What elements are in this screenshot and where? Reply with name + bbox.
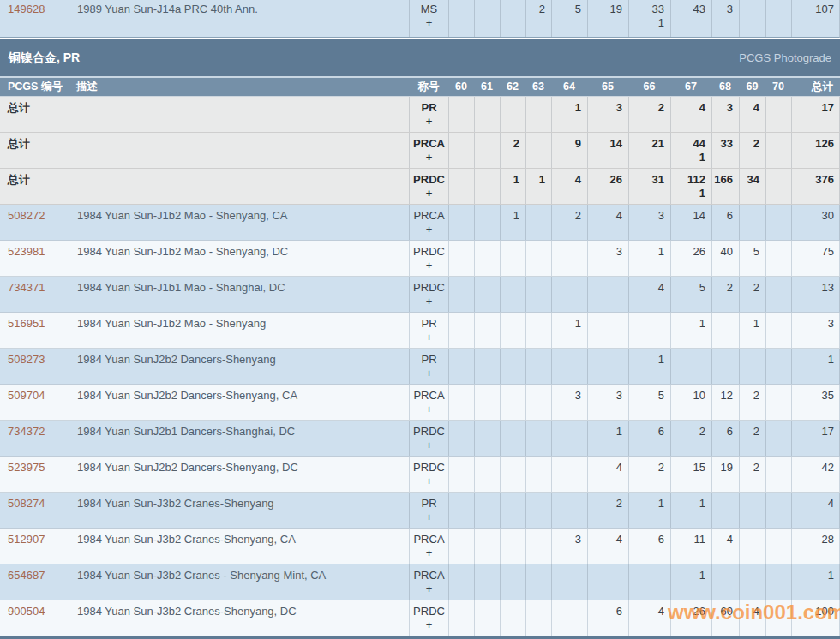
grade-69-cell: 4 xyxy=(739,97,765,132)
row-total: 1 xyxy=(792,353,834,367)
row-total-cell: 17 xyxy=(791,421,840,456)
designation-cell: PRCA+ xyxy=(409,133,448,168)
designation-text: PRDC xyxy=(410,461,448,475)
pcgs-number-link[interactable]: 508272 xyxy=(8,209,45,222)
pcgs-number-link[interactable]: 149628 xyxy=(8,3,45,15)
grade-70-cell xyxy=(765,385,791,420)
grade-65-cell: 2 xyxy=(587,493,628,528)
grade-60-cell xyxy=(448,241,474,276)
grade-count: 1 xyxy=(671,569,705,582)
designation-cell: PRDC+ xyxy=(409,169,448,204)
table-row: 5082731984 Yuan SunJ2b2 Dancers-Shenyang… xyxy=(0,349,840,385)
grade-62-cell xyxy=(500,421,525,456)
grade-count: 5 xyxy=(552,3,581,16)
grade-60-cell xyxy=(448,313,474,348)
designation-plus: + xyxy=(410,403,448,416)
row-total: 30 xyxy=(792,209,834,223)
row-total: 42 xyxy=(792,461,834,475)
grade-66-cell: 1 xyxy=(628,349,670,384)
description-cell: 1984 Yuan SunJ2b2 Dancers-Shenyang, DC xyxy=(69,457,409,492)
designation-cell: PR+ xyxy=(409,313,448,348)
grade-64-cell: 2 xyxy=(551,205,587,240)
grade-62-cell xyxy=(500,277,525,312)
pcgs-number-link[interactable]: 734372 xyxy=(8,425,45,438)
grade-64-cell: 4 xyxy=(551,169,587,204)
row-total: 4 xyxy=(792,497,834,511)
designation-plus: + xyxy=(410,331,448,344)
table-header-row: PCGS 编号 描述 称号 60 61 62 63 64 65 66 67 68… xyxy=(0,76,840,97)
pcgs-number-link[interactable]: 900504 xyxy=(8,605,45,618)
grade-70-cell xyxy=(765,349,791,384)
grade-count: 4 xyxy=(740,605,759,618)
designation-cell: PR+ xyxy=(409,349,448,384)
pcgs-number-link[interactable]: 734371 xyxy=(8,281,45,294)
grade-68-cell: 6 xyxy=(711,421,739,456)
pcgs-number-cell: 523981 xyxy=(0,241,69,276)
grade-63-cell xyxy=(525,421,551,456)
designation-plus: + xyxy=(410,295,448,308)
pcgs-number-link[interactable]: 512907 xyxy=(8,533,45,546)
grade-70-cell xyxy=(765,277,791,312)
grade-63-cell xyxy=(525,457,551,492)
pcgs-number-cell: 512907 xyxy=(0,529,69,564)
grade-count: 6 xyxy=(712,425,733,439)
pcgs-number-link[interactable]: 523981 xyxy=(8,245,45,258)
pcgs-number-link[interactable]: 508273 xyxy=(8,353,45,366)
grade-61-cell xyxy=(474,169,500,204)
pcgs-number-link[interactable]: 508274 xyxy=(8,497,45,510)
row-total-cell: 1 xyxy=(791,564,840,600)
grade-65-cell: 14 xyxy=(587,133,628,168)
pcgs-number-link[interactable]: 509704 xyxy=(8,389,45,402)
grade-67-cell: 11 xyxy=(670,529,711,564)
total-row-label: 总计 xyxy=(8,173,30,186)
grade-66-cell: 4 xyxy=(628,277,670,312)
grade-count: 3 xyxy=(629,209,664,223)
designation-text: PRCA xyxy=(410,533,448,546)
row-total-cell: 42 xyxy=(791,457,840,492)
grade-count: 9 xyxy=(552,137,581,151)
grade-69-cell: 34 xyxy=(739,169,765,204)
pcgs-photograde-link[interactable]: PCGS Photograde xyxy=(739,51,831,64)
grade-62-cell xyxy=(500,564,525,600)
grade-60-cell xyxy=(448,385,474,420)
grade-62-cell xyxy=(500,313,525,348)
grade-70-cell xyxy=(765,421,791,456)
pcgs-number-link[interactable]: 523975 xyxy=(8,461,45,474)
grade-66-cell: 21 xyxy=(628,133,670,168)
grade-63-cell xyxy=(525,600,551,636)
description-text: 1984 Yuan SunJ2b2 Dancers-Shenyang, CA xyxy=(77,389,297,402)
pcgs-number-link[interactable]: 516951 xyxy=(8,317,45,330)
description-cell: 1984 Yuan Sun-J3b2 Cranes-Shenyang, CA xyxy=(69,529,409,564)
grade-70-cell xyxy=(765,564,791,600)
grade-66-cell: 2 xyxy=(628,457,670,492)
pcgs-number-cell: 149628 xyxy=(0,0,69,37)
grade-61-cell xyxy=(474,349,500,384)
grade-64-cell xyxy=(551,277,587,312)
grade-count: 5 xyxy=(629,389,664,403)
designation-cell: PRCA+ xyxy=(409,564,448,600)
grade-60-cell xyxy=(448,457,474,492)
table-row: 5239811984 Yuan Sun-J1b2 Mao - Shenyang,… xyxy=(0,241,840,277)
grade-70-cell xyxy=(765,457,791,492)
grade-61-cell xyxy=(474,457,500,492)
designation-plus: + xyxy=(410,115,448,128)
pcgs-number-link[interactable]: 654687 xyxy=(8,569,45,582)
col-header-60: 60 xyxy=(448,78,474,96)
designation-cell: MS+ xyxy=(409,0,448,37)
col-header-65: 65 xyxy=(587,78,628,96)
designation-text: PRDC xyxy=(410,605,448,618)
grade-61-cell xyxy=(474,600,500,636)
grade-62-cell xyxy=(500,241,525,276)
grade-62-cell xyxy=(500,385,525,420)
grade-69-cell xyxy=(739,0,765,37)
grade-67-cell: 43 xyxy=(670,0,711,37)
grade-62-cell xyxy=(500,600,525,636)
pcgs-number-cell: 509704 xyxy=(0,385,69,420)
grade-60-cell xyxy=(448,349,474,384)
description-cell: 1984 Yuan Sun-J1b2 Mao - Shenyang xyxy=(69,313,409,348)
grade-60-cell xyxy=(448,205,474,240)
grade-count: 1 xyxy=(526,173,545,187)
grade-69-cell xyxy=(739,529,765,564)
grade-64-cell xyxy=(551,241,587,276)
row-total: 126 xyxy=(792,137,834,151)
